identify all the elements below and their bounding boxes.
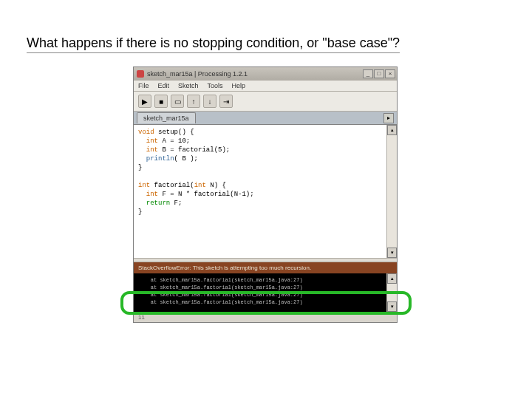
new-button[interactable]: ▭ [171, 95, 184, 108]
scroll-down-icon[interactable]: ▾ [387, 248, 397, 258]
code-token: println [138, 155, 174, 163]
app-icon [137, 70, 144, 78]
scroll-up-icon[interactable]: ▴ [387, 125, 397, 135]
menubar: File Edit Sketch Tools Help [134, 81, 397, 92]
maximize-button[interactable]: □ [374, 69, 384, 78]
code-token: int [138, 191, 158, 198]
console-line: at sketch_mar15a.factorial(sketch_mar15a… [138, 299, 303, 305]
minimize-button[interactable]: _ [363, 69, 373, 78]
code-token: F; [170, 200, 182, 207]
processing-window: sketch_mar15a | Processing 1.2.1 _ □ × F… [133, 66, 398, 323]
tabbar: sketch_mar15a ▸ [134, 112, 397, 125]
console-area: at sketch_mar15a.factorial(sketch_mar15a… [134, 273, 397, 312]
console-output[interactable]: at sketch_mar15a.factorial(sketch_mar15a… [134, 273, 386, 312]
scroll-down-icon[interactable]: ▾ [387, 301, 397, 312]
menu-file[interactable]: File [138, 82, 149, 89]
code-token: int [138, 146, 158, 154]
save-button[interactable]: ↓ [203, 95, 216, 108]
code-token: B = factorial(5); [158, 146, 230, 154]
code-editor[interactable]: void setup() { int A = 10; int B = facto… [134, 125, 386, 258]
statusbar: 11 [134, 312, 397, 322]
titlebar: sketch_mar15a | Processing 1.2.1 _ □ × [134, 67, 397, 81]
code-token: void [138, 129, 154, 136]
code-token: factorial( [150, 182, 194, 189]
stop-button[interactable]: ■ [154, 95, 168, 108]
console-line: at sketch_mar15a.factorial(sketch_mar15a… [138, 284, 303, 290]
window-title: sketch_mar15a | Processing 1.2.1 [147, 70, 248, 78]
code-token: int [138, 137, 158, 145]
console-scrollbar[interactable]: ▴ ▾ [386, 273, 397, 312]
editor-area: void setup() { int A = 10; int B = facto… [134, 125, 397, 258]
editor-scrollbar[interactable]: ▴ ▾ [386, 125, 397, 258]
code-token: F = N * factorial(N-1); [158, 191, 254, 198]
code-token: return [138, 200, 170, 207]
code-token: int [194, 182, 206, 189]
scroll-up-icon[interactable]: ▴ [387, 273, 397, 284]
code-token: } [138, 208, 142, 216]
code-token: ( B ); [174, 155, 198, 163]
menu-tools[interactable]: Tools [208, 82, 223, 89]
tab-menu-button[interactable]: ▸ [383, 113, 394, 123]
code-token: } [138, 164, 142, 171]
slide-title: What happens if there is no stopping con… [27, 35, 400, 53]
menu-sketch[interactable]: Sketch [178, 82, 199, 89]
error-banner: StackOverflowError: This sketch is attem… [134, 262, 397, 273]
console-line: at sketch_mar15a.factorial(sketch_mar15a… [138, 292, 303, 298]
console-line: at sketch_mar15a.factorial(sketch_mar15a… [138, 277, 303, 283]
code-token: setup() { [154, 129, 194, 136]
run-button[interactable]: ▶ [138, 95, 151, 108]
code-token: int [138, 182, 150, 189]
menu-help[interactable]: Help [232, 82, 246, 89]
code-token: A = 10; [158, 137, 190, 145]
tab-sketch[interactable]: sketch_mar15a [137, 112, 196, 123]
export-button[interactable]: ⇥ [219, 95, 233, 108]
open-button[interactable]: ↑ [187, 95, 200, 108]
menu-edit[interactable]: Edit [158, 82, 170, 89]
code-token: N) { [206, 182, 226, 189]
close-button[interactable]: × [385, 69, 395, 78]
toolbar: ▶ ■ ▭ ↑ ↓ ⇥ [134, 92, 397, 112]
